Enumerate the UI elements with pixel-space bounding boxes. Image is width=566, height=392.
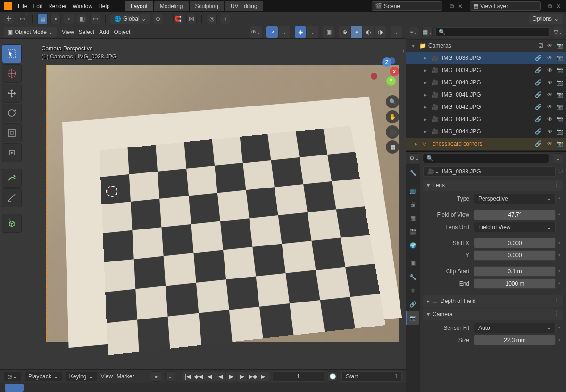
frame-prev-icon[interactable]: ◀ xyxy=(204,372,215,381)
collapse-icon[interactable]: ▾ xyxy=(412,42,417,49)
menu-render[interactable]: Render xyxy=(48,3,67,9)
rotate-tool[interactable] xyxy=(2,104,22,122)
animate-dot[interactable]: • xyxy=(558,268,561,275)
properties-options-icon[interactable]: ⌄ xyxy=(553,153,563,163)
shift-y-field[interactable]: 0.000 xyxy=(474,250,556,261)
eye-icon[interactable]: 👁 xyxy=(546,67,554,74)
eye-icon[interactable]: 👁 xyxy=(546,116,554,122)
tab-physics-icon[interactable]: ⚛ xyxy=(406,284,419,297)
gizmo-x-axis[interactable]: X xyxy=(390,67,399,76)
snap-mode-3-icon[interactable]: ◧ xyxy=(77,14,87,24)
viewlayer-copy-icon[interactable]: ⧉ xyxy=(546,2,554,10)
viewlayer-selector[interactable]: ▦ View Layer xyxy=(470,1,541,11)
render-icon[interactable]: 📷 xyxy=(556,140,563,147)
gizmo-toggle-icon[interactable]: ↗ xyxy=(266,26,278,38)
keyframe-prev-icon[interactable]: ◆◀ xyxy=(193,372,204,381)
keying-dropdown[interactable]: Keying ⌄ xyxy=(66,372,97,381)
play-icon[interactable]: ▶ xyxy=(226,372,236,381)
timeline-marker-menu[interactable]: Marker xyxy=(117,373,134,380)
outliner-display-mode-icon[interactable]: ≡⌄ xyxy=(409,27,419,37)
current-frame-field[interactable]: 1 xyxy=(273,371,324,382)
menu-help[interactable]: Help xyxy=(98,3,110,9)
frame-next-icon[interactable]: ▶ xyxy=(237,372,247,381)
expand-icon[interactable]: ▸ xyxy=(424,104,430,110)
animate-dot[interactable]: • xyxy=(558,212,561,218)
cursor-tool[interactable] xyxy=(2,64,22,83)
outliner-item-chessboard[interactable]: ▸ ▽ chessboard corners 🔗 👁📷 xyxy=(406,138,566,150)
cursor-tool-icon[interactable]: ✢ xyxy=(4,14,14,24)
menu-file[interactable]: File xyxy=(18,3,27,9)
transform-tool[interactable] xyxy=(2,143,22,162)
outliner-view-icon[interactable]: ▦⌄ xyxy=(422,27,433,37)
render-icon[interactable]: 📷 xyxy=(556,104,563,110)
outliner-item-img0042[interactable]: ▸ 🎥 IMG_0042.JPG 🔗 👁📷 xyxy=(406,101,566,113)
tab-scene-icon[interactable]: 🎬 xyxy=(406,225,419,238)
shading-solid-icon[interactable]: ● xyxy=(351,26,362,38)
scale-tool[interactable] xyxy=(2,123,22,142)
tab-constraints-icon[interactable]: 🔗 xyxy=(406,298,419,311)
checkbox-icon[interactable]: ☑ xyxy=(537,42,544,49)
jump-start-icon[interactable]: |◀ xyxy=(183,372,193,381)
pan-icon[interactable]: ✋ xyxy=(386,110,399,123)
select-box-tool[interactable] xyxy=(2,44,22,63)
snap-box-icon[interactable]: ▦ xyxy=(37,14,48,24)
eye-icon[interactable]: 👁 xyxy=(546,42,554,49)
keyframe-next-icon[interactable]: ▶◆ xyxy=(248,372,258,381)
properties-editor-icon[interactable]: ⚙⌄ xyxy=(409,153,419,163)
animate-dot[interactable]: • xyxy=(558,280,561,287)
xray-icon[interactable]: ▣ xyxy=(323,26,334,38)
snap-mode-1-icon[interactable]: ▪ xyxy=(50,14,61,24)
zoom-icon[interactable]: 🔍 xyxy=(386,95,399,108)
annotate-tool[interactable] xyxy=(2,169,22,188)
expand-icon[interactable]: ▸ xyxy=(424,128,430,135)
scene-selector[interactable]: 🎬 Scene xyxy=(372,1,442,11)
lens-unit-dropdown[interactable]: Field of View ⌄ xyxy=(474,222,556,232)
eye-icon[interactable]: 👁 xyxy=(546,91,554,98)
animate-dot[interactable]: • xyxy=(558,252,561,259)
start-frame-field[interactable]: Start 1 xyxy=(341,371,402,382)
render-icon[interactable]: 📷 xyxy=(556,55,563,61)
options-dropdown[interactable]: Options ⌄ xyxy=(529,14,562,24)
drag-icon[interactable]: ⠿ xyxy=(555,182,559,188)
expand-icon[interactable]: ▸ xyxy=(424,55,430,61)
snap-mode-4-icon[interactable]: ▭ xyxy=(90,14,100,24)
animate-dot[interactable]: • xyxy=(558,337,561,343)
filter-icon[interactable]: ▽⌄ xyxy=(553,27,563,37)
visibility-icon[interactable]: 👁⌄ xyxy=(250,26,262,38)
overlay-dropdown-icon[interactable]: ⌄ xyxy=(307,26,318,38)
animate-dot[interactable]: • xyxy=(558,196,561,202)
menu-window[interactable]: Window xyxy=(72,3,92,9)
animate-dot[interactable]: • xyxy=(558,240,561,246)
render-icon[interactable]: 📷 xyxy=(556,116,563,122)
render-icon[interactable]: 📷 xyxy=(556,67,563,74)
fov-field[interactable]: 47.7° xyxy=(474,210,556,220)
snap-toggle-icon[interactable]: 🧲 xyxy=(173,14,183,24)
snap-target-icon[interactable]: ⋈ xyxy=(186,14,197,24)
tab-render-icon[interactable]: 📺 xyxy=(406,184,419,197)
tab-viewlayer-icon[interactable]: ▦ xyxy=(406,212,419,225)
outliner-search[interactable]: 🔍 xyxy=(435,27,550,37)
proportional-edit-icon[interactable]: ◎ xyxy=(207,14,217,24)
eye-icon[interactable]: 👁 xyxy=(546,79,554,86)
mode-dropdown[interactable]: ▣ Object Mode ⌄ xyxy=(4,27,57,37)
render-icon[interactable]: 📷 xyxy=(556,128,563,135)
viewport-menu-object[interactable]: Object xyxy=(114,29,131,35)
keying-dropdown-icon[interactable]: ⌄ xyxy=(165,371,175,382)
collapse-sidebar-icon[interactable]: ‹ xyxy=(402,47,405,55)
outliner-item-img0043[interactable]: ▸ 🎥 IMG_0043.JPG 🔗 👁📷 xyxy=(406,113,566,125)
lens-type-dropdown[interactable]: Perspective ⌄ xyxy=(474,194,556,204)
viewport-menu-select[interactable]: Select xyxy=(79,29,94,35)
expand-icon[interactable]: ▸ xyxy=(424,67,430,74)
render-icon[interactable]: 📷 xyxy=(556,91,563,98)
workspace-tab-sculpting[interactable]: Sculpting xyxy=(190,1,224,11)
render-icon[interactable]: 📷 xyxy=(556,79,563,86)
scene-close-icon[interactable]: ✕ xyxy=(457,2,464,10)
outliner-item-img0041[interactable]: ▸ 🎥 IMG_0041.JPG 🔗 👁📷 xyxy=(406,89,566,101)
jump-end-icon[interactable]: ▶| xyxy=(258,372,269,381)
clip-end-field[interactable]: 1000 m xyxy=(474,278,556,289)
perspective-toggle-icon[interactable]: ▦ xyxy=(386,140,399,154)
timeline-scrubber[interactable] xyxy=(0,383,406,392)
shading-dropdown-icon[interactable]: ⌄ xyxy=(391,26,402,38)
outliner-item-img0038[interactable]: ▸ 🎥 IMG_0038.JPG 🔗 👁📷 xyxy=(406,52,566,64)
camera-view-icon[interactable]: 🎥 xyxy=(386,125,399,139)
